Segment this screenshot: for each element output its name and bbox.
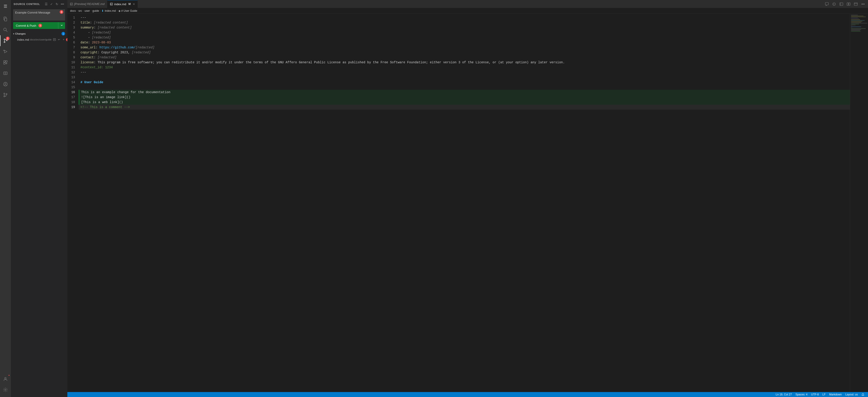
breadcrumb-guide[interactable]: guide	[92, 9, 99, 12]
changes-chevron-icon: ▾	[13, 33, 14, 35]
svg-rect-11	[4, 63, 5, 64]
file-path: docs/src/user/guide	[30, 38, 52, 41]
file-name: index.md	[17, 38, 29, 41]
code-line-19: <!-- This is a comment -->	[79, 105, 850, 110]
more-top-button[interactable]: •••	[860, 1, 866, 7]
breadcrumb-src[interactable]: src	[79, 9, 82, 12]
status-eol[interactable]: LF	[820, 392, 827, 397]
explorer-button[interactable]	[0, 13, 11, 24]
svg-rect-33	[854, 3, 857, 5]
file-modified-badge: 2	[66, 38, 67, 41]
breadcrumb-heading-icon: ◈	[119, 9, 121, 12]
account-button[interactable]	[0, 373, 11, 384]
tab-close-button[interactable]: ×	[133, 2, 135, 6]
svg-point-15	[5, 83, 6, 84]
svg-rect-26	[825, 2, 829, 5]
run-debug-button[interactable]	[0, 46, 11, 57]
hamburger-menu-button[interactable]: ☰	[0, 1, 11, 12]
svg-point-20	[5, 389, 6, 391]
status-language[interactable]: Markdown	[827, 392, 843, 397]
svg-text:?: ?	[833, 3, 834, 5]
remote-explorer-button[interactable]	[0, 68, 11, 79]
breadcrumb-index-md[interactable]: index.md	[105, 9, 116, 12]
svg-rect-32	[849, 3, 850, 5]
svg-point-8	[3, 50, 4, 51]
views-and-more-button[interactable]: ☰	[44, 2, 49, 6]
customize-layout-button[interactable]	[852, 1, 859, 7]
code-line-14: # User Guide	[79, 80, 850, 85]
svg-point-19	[5, 377, 6, 379]
breadcrumb-docs[interactable]: docs	[70, 9, 76, 12]
status-position[interactable]: Ln 19, Col 27	[774, 392, 794, 397]
breadcrumb-heading: # User Guide	[121, 9, 137, 12]
code-line-3: summary: [redacted content]	[79, 25, 850, 30]
code-line-4: - [redacted]	[79, 30, 850, 35]
top-bar-actions: ? •••	[824, 0, 868, 8]
status-encoding[interactable]: UTF-8	[809, 392, 820, 397]
code-line-12: ---	[79, 70, 850, 75]
code-line-16: This is an example change for the docume…	[79, 90, 850, 95]
changes-header[interactable]: ▾ Changes 1	[11, 31, 67, 37]
svg-text:M: M	[111, 3, 112, 5]
code-line-15	[79, 85, 850, 90]
tab-index-md[interactable]: M index.md M ×	[107, 0, 138, 8]
stage-changes-button[interactable]: +	[61, 37, 66, 41]
breadcrumb: docs › src › user › guide › ⬇ index.md ›…	[67, 8, 868, 14]
open-file-button[interactable]	[53, 37, 57, 41]
commit-push-label: Commit & Push	[16, 24, 36, 27]
discard-changes-button[interactable]: ↩	[57, 37, 61, 41]
chat-button[interactable]	[824, 1, 830, 7]
eol-label: LF	[822, 393, 826, 396]
tab-modified-badge: M	[128, 2, 131, 6]
minimap[interactable]	[850, 14, 868, 397]
commit-message-input[interactable]: Example Commit Message	[13, 9, 65, 21]
status-spaces[interactable]: Spaces: 4	[794, 392, 809, 397]
status-bar: GitHub 0 0 Pull Request #7 Ln 19, Col 27…	[0, 392, 868, 397]
code-line-11: #context_id: 1234	[79, 65, 850, 70]
svg-rect-12	[4, 72, 7, 74]
notification-button[interactable]: ?	[831, 1, 837, 7]
refresh-button[interactable]: ↻	[55, 2, 59, 6]
breadcrumb-user[interactable]: user	[85, 9, 90, 12]
svg-rect-10	[6, 61, 7, 62]
svg-line-3	[6, 31, 7, 32]
code-line-1: ---	[79, 15, 850, 20]
settings-button[interactable]	[0, 384, 11, 395]
commit-push-dropdown[interactable]	[58, 22, 65, 29]
layout-label: Layout: us	[845, 393, 858, 396]
split-editor-button[interactable]	[845, 1, 852, 7]
encoding-label: UTF-8	[811, 393, 819, 396]
status-layout[interactable]: Layout: us	[844, 392, 860, 397]
commit-push-button[interactable]: Commit & Push 4	[13, 22, 58, 29]
more-actions-button[interactable]: •••	[60, 2, 65, 6]
commit-all-button[interactable]: ✓	[49, 2, 54, 6]
extensions-button[interactable]	[0, 57, 11, 68]
status-bar-right: Ln 19, Col 27 Spaces: 4 UTF-8 LF Markdow…	[774, 392, 866, 397]
activity-bar: ☰ 1	[0, 0, 11, 397]
breadcrumb-file-icon: ⬇	[101, 9, 104, 12]
svg-rect-29	[840, 3, 843, 5]
changes-section: ▾ Changes 1 index.md docs/src/user/guide…	[11, 31, 67, 397]
sidebar-title: Source Control	[13, 3, 40, 5]
pull-requests-button[interactable]	[0, 90, 11, 100]
tab-preview-readme[interactable]: M [Preview] README.md	[67, 0, 107, 8]
source-control-sidebar: Source Control ☰ ✓ ↻ ••• Example Commit …	[11, 0, 67, 397]
file-item-index-md[interactable]: index.md docs/src/user/guide ↩ + 2 M	[11, 37, 67, 42]
search-button[interactable]	[0, 24, 11, 35]
source-control-button[interactable]: 1	[0, 35, 11, 46]
source-control-badge: 1	[6, 37, 9, 40]
line-numbers: 1 2 3 4 5 6 7 8 9 10 11 12 13 14 15 16 1…	[67, 14, 79, 397]
editor-area[interactable]: 1 2 3 4 5 6 7 8 9 10 11 12 13 14 15 16 1…	[67, 14, 868, 397]
status-bell[interactable]	[860, 392, 866, 397]
commit-push-row: Commit & Push 4	[11, 22, 67, 31]
github-button[interactable]	[0, 79, 11, 90]
minimap-content	[850, 14, 868, 33]
bell-icon	[862, 393, 864, 396]
code-line-8: copyright: Copyright 2023, [redacted]	[79, 50, 850, 55]
svg-point-13	[5, 72, 6, 74]
layout-editor-button[interactable]	[838, 1, 844, 7]
svg-point-17	[4, 96, 5, 97]
svg-text:M: M	[70, 3, 72, 5]
tab-bar: M [Preview] README.md M index.md M ×	[67, 0, 868, 8]
editor-content[interactable]: --- title: [redacted content] summary: […	[79, 14, 850, 397]
